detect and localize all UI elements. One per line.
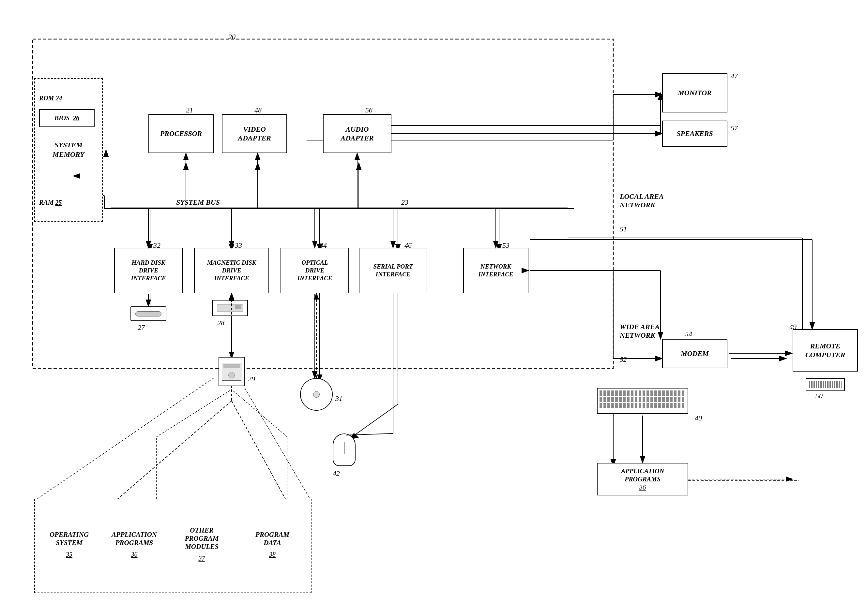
app-programs2-label: APPLICATIONPROGRAMS <box>621 467 664 483</box>
wan-label: WIDE AREANETWORK <box>620 323 659 339</box>
operating-system-box: OPERATINGSYSTEM 35 <box>38 502 101 587</box>
modem-num: 54 <box>685 330 692 338</box>
speakers-num: 57 <box>731 124 738 132</box>
app-programs-bottom-label: APPLICATIONPROGRAMS <box>112 531 157 547</box>
mouse-icon <box>333 434 356 466</box>
optical-drive-interface-box: OPTICALDRIVEINTERFACE <box>281 248 349 293</box>
system-bus-num: 23 <box>401 198 408 207</box>
serial-port-label: SERIAL PORTINTERFACE <box>373 263 413 278</box>
remote-computer-label: REMOTECOMPUTER <box>806 342 845 360</box>
svg-marker-42 <box>780 356 786 361</box>
serial-port-num: 46 <box>405 241 411 250</box>
processor-box: PROCESSOR <box>148 114 214 153</box>
remote-computer-box: REMOTECOMPUTER <box>793 329 858 372</box>
floppy-disk-icon <box>219 357 244 386</box>
lan-num: 51 <box>620 225 627 233</box>
lan-label: LOCAL AREANETWORK <box>620 192 664 209</box>
os-num: 35 <box>66 551 73 558</box>
speakers-box: SPEAKERS <box>662 121 727 147</box>
ram-label: RAM 25 <box>39 199 61 206</box>
speakers-label: SPEAKERS <box>676 129 713 138</box>
mouse-num: 42 <box>333 469 340 478</box>
monitor-num: 47 <box>731 72 738 80</box>
optical-drive-label: OPTICALDRIVEINTERFACE <box>297 259 332 282</box>
app-programs-bottom-box: APPLICATIONPROGRAMS 36 <box>102 502 167 587</box>
processor-label: PROCESSOR <box>160 129 202 138</box>
program-data-num: 38 <box>269 551 276 558</box>
floppy-icon <box>212 300 248 316</box>
floppy2-num: 29 <box>248 375 255 383</box>
hdd-interface-num: 32 <box>153 241 161 250</box>
magnetic-disk-num: 33 <box>235 241 242 250</box>
video-adapter-label: VIDEOADAPTER <box>238 125 271 143</box>
magnetic-disk-drive-interface-box: MAGNETIC DISKDRIVEINTERFACE <box>194 248 269 293</box>
optical-drive-num: 34 <box>320 241 327 250</box>
svg-marker-3 <box>184 163 188 170</box>
application-programs2-box: APPLICATIONPROGRAMS 36 <box>597 463 688 495</box>
network-interface-box: NETWORKINTERFACE <box>463 248 528 293</box>
system-bus-label: SYSTEM BUS <box>176 198 220 207</box>
system-memory-label: SYSTEMMEMORY <box>52 140 84 159</box>
keyboard-num: 40 <box>695 414 702 423</box>
network-interface-label: NETWORKINTERFACE <box>478 263 513 278</box>
audio-adapter-label: AUDIOADAPTER <box>340 125 374 143</box>
other-modules-box: OTHERPROGRAMMODULES 37 <box>168 502 236 587</box>
program-data-box: PROGRAMDATA 38 <box>237 502 308 587</box>
svg-line-49 <box>114 401 232 502</box>
other-modules-label: OTHERPROGRAMMODULES <box>185 526 219 551</box>
other-modules-num: 37 <box>199 555 205 562</box>
main-box-num: 20 <box>229 33 235 41</box>
audio-adapter-box: AUDIOADAPTER <box>323 114 391 153</box>
bios-box: BIOS 26 <box>39 109 95 127</box>
modem-box: MODEM <box>662 339 727 368</box>
modem-label: MODEM <box>681 349 709 358</box>
serial-port-interface-box: SERIAL PORTINTERFACE <box>359 248 427 293</box>
wan-num: 52 <box>620 355 627 364</box>
small-device-icon <box>806 378 845 391</box>
magnetic-disk-label: MAGNETIC DISKDRIVEINTERFACE <box>207 259 256 282</box>
svg-marker-24 <box>656 92 662 97</box>
video-adapter-box: VIDEOADAPTER <box>222 114 287 153</box>
small-device-num: 50 <box>815 392 823 400</box>
svg-marker-40 <box>656 356 662 361</box>
processor-num: 21 <box>186 106 193 115</box>
app-programs2-num: 36 <box>639 483 646 492</box>
hdd-icon-num: 27 <box>138 323 145 332</box>
keyboard-icon <box>597 388 688 414</box>
app-programs-bottom-num: 36 <box>131 551 138 558</box>
audio-adapter-num: 56 <box>365 106 372 115</box>
hard-disk-drive-interface-box: HARD DISKDRIVEINTERFACE <box>114 248 183 293</box>
monitor-box: MONITOR <box>662 73 727 112</box>
hdd-icon <box>131 306 166 321</box>
svg-line-50 <box>232 401 287 502</box>
svg-marker-5 <box>255 163 260 170</box>
program-data-label: PROGRAMDATA <box>255 531 289 547</box>
svg-rect-0 <box>33 39 613 368</box>
svg-line-35 <box>352 404 398 437</box>
video-adapter-num: 48 <box>254 106 262 115</box>
hard-disk-label: HARD DISKDRIVEINTERFACE <box>131 259 166 282</box>
floppy-icon-num: 28 <box>217 319 224 327</box>
bios-label: BIOS 26 <box>55 114 80 122</box>
remote-computer-num: 49 <box>789 323 796 331</box>
rom-label: ROM 24 <box>39 94 62 102</box>
optical-disk-icon <box>300 378 333 411</box>
svg-marker-27 <box>656 131 662 136</box>
network-interface-num: 53 <box>502 241 509 250</box>
monitor-label: MONITOR <box>678 88 712 97</box>
optical-disk-num: 31 <box>335 394 342 403</box>
svg-marker-7 <box>356 163 361 170</box>
os-label: OPERATINGSYSTEM <box>50 531 89 547</box>
